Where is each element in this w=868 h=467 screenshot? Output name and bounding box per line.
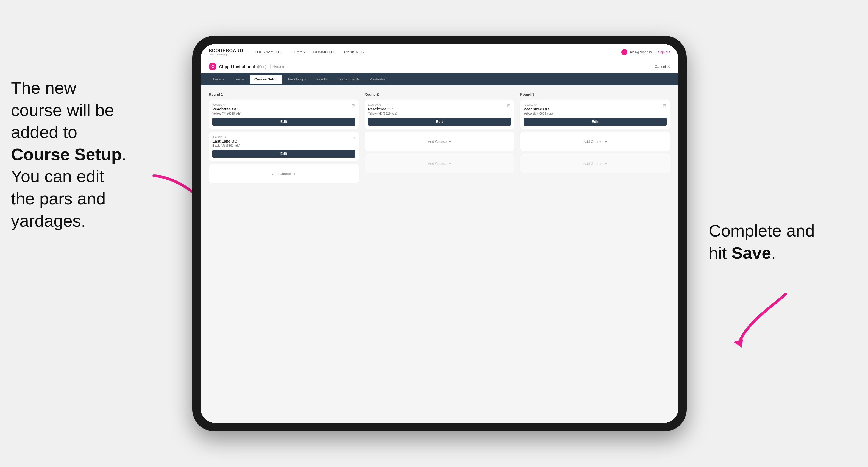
round-1-label: Round 1 [209, 92, 359, 96]
nav-tournaments[interactable]: TOURNAMENTS [252, 49, 287, 55]
tab-tee-groups[interactable]: Tee Groups [283, 75, 310, 84]
tab-details[interactable]: Details [209, 75, 228, 84]
round1-course-a-name: Peachtree GC [212, 107, 355, 111]
round1-add-course-button[interactable]: Add Course + [209, 164, 359, 183]
brand-title: SCOREBOARD [209, 48, 243, 53]
tab-leaderboards[interactable]: Leaderboards [333, 75, 364, 84]
round1-course-a-card: ⊡ (Course A) Peachtree GC Yellow (M) (66… [209, 100, 359, 129]
tablet-screen: SCOREBOARD Powered by clippd TOURNAMENTS… [200, 44, 679, 423]
round2-course-a-name: Peachtree GC [368, 107, 511, 111]
brand-subtitle: Powered by clippd [209, 53, 243, 56]
round3-plus-disabled-icon: + [605, 161, 607, 166]
round3-course-a-tee: Yellow (M) (6629 yds) [524, 112, 666, 115]
round2-plus-disabled-icon: + [449, 161, 451, 166]
cancel-button[interactable]: Cancel ✕ [655, 65, 670, 69]
round1-course-b-tee: Black (M) (6891 yds) [212, 144, 355, 147]
separator: | [655, 50, 655, 54]
round3-course-a-edit-button[interactable]: Edit [524, 118, 666, 126]
round3-add-course-text: Add Course + [583, 139, 607, 144]
round-2-column: Round 2 ⊡ (Course A) Peachtree GC Yellow… [365, 92, 515, 186]
round3-plus-icon: + [605, 139, 607, 144]
round-3-column: Round 3 ⊡ (Course A) Peachtree GC Yellow… [520, 92, 670, 186]
nav-right: blair@clippd.io | Sign out [621, 49, 670, 55]
round2-plus-icon: + [449, 139, 451, 144]
tab-bar: Details Teams Course Setup Tee Groups Re… [200, 73, 679, 86]
nav-rankings[interactable]: RANKINGS [341, 49, 367, 55]
round1-course-a-tag: (Course A) [212, 103, 355, 106]
svg-marker-1 [734, 339, 743, 347]
round2-course-a-tag: (Course A) [368, 103, 511, 106]
round1-course-b-name: East Lake GC [212, 139, 355, 144]
main-content: Round 1 ⊡ (Course A) Peachtree GC Yellow… [200, 86, 679, 423]
round2-add-course-text: Add Course + [428, 139, 451, 144]
tab-results[interactable]: Results [311, 75, 332, 84]
tab-printables[interactable]: Printables [365, 75, 390, 84]
round2-course-a-edit-button[interactable]: Edit [368, 118, 511, 126]
sign-out-link[interactable]: Sign out [658, 50, 670, 54]
tournament-logo: C [209, 63, 216, 70]
round3-course-a-delete-icon[interactable]: ⊡ [662, 103, 667, 108]
tournament-gender: (Men) [257, 65, 267, 69]
tab-course-setup[interactable]: Course Setup [250, 75, 282, 84]
round1-plus-icon: + [293, 172, 296, 176]
round-1-column: Round 1 ⊡ (Course A) Peachtree GC Yellow… [209, 92, 359, 186]
round3-add-course-disabled: Add Course + [520, 154, 670, 173]
tab-teams[interactable]: Teams [229, 75, 249, 84]
round2-course-a-card: ⊡ (Course A) Peachtree GC Yellow (M) (66… [365, 100, 515, 129]
cancel-x-icon: ✕ [667, 65, 670, 69]
round2-course-a-tee: Yellow (M) (6629 yds) [368, 112, 511, 115]
round2-add-course-button[interactable]: Add Course + [365, 132, 515, 151]
tablet-device: SCOREBOARD Powered by clippd TOURNAMENTS… [192, 36, 687, 431]
round1-course-b-edit-button[interactable]: Edit [212, 150, 355, 158]
round1-add-course-text: Add Course + [272, 172, 296, 176]
left-annotation: The new course will be added to Course S… [11, 77, 170, 232]
rounds-grid: Round 1 ⊡ (Course A) Peachtree GC Yellow… [209, 92, 670, 186]
round1-course-b-tag: (Course B) [212, 135, 355, 138]
round-3-label: Round 3 [520, 92, 670, 96]
round3-add-course-disabled-text: Add Course + [583, 161, 607, 166]
round3-course-a-name: Peachtree GC [524, 107, 666, 111]
round1-course-b-delete-icon[interactable]: ⊡ [350, 135, 356, 141]
tournament-info: C Clippd Invitational (Men) Hosting [209, 63, 286, 70]
nav-committee[interactable]: COMMITTEE [310, 49, 340, 55]
brand-logo: SCOREBOARD Powered by clippd [209, 48, 243, 56]
sub-header: C Clippd Invitational (Men) Hosting Canc… [200, 60, 679, 73]
round-2-label: Round 2 [365, 92, 515, 96]
round1-course-a-delete-icon[interactable]: ⊡ [350, 103, 356, 108]
user-email: blair@clippd.io [630, 50, 652, 54]
nav-teams[interactable]: TEAMS [289, 49, 308, 55]
round1-course-b-card: ⊡ (Course B) East Lake GC Black (M) (689… [209, 132, 359, 161]
round3-add-course-button[interactable]: Add Course + [520, 132, 670, 151]
right-annotation: Complete and hit Save. [709, 220, 851, 264]
tournament-name: Clippd Invitational [219, 64, 255, 69]
round1-course-a-edit-button[interactable]: Edit [212, 118, 355, 126]
round2-course-a-delete-icon[interactable]: ⊡ [506, 103, 512, 108]
round2-add-course-disabled: Add Course + [365, 154, 515, 173]
round3-course-a-tag: (Course A) [524, 103, 666, 106]
right-arrow [731, 288, 791, 349]
hosting-badge: Hosting [270, 64, 286, 69]
round1-course-a-tee: Yellow (M) (6629 yds) [212, 112, 355, 115]
round3-course-a-card: ⊡ (Course A) Peachtree GC Yellow (M) (66… [520, 100, 670, 129]
round2-add-course-disabled-text: Add Course + [428, 161, 451, 166]
top-navigation: SCOREBOARD Powered by clippd TOURNAMENTS… [200, 44, 679, 60]
user-avatar [621, 49, 627, 55]
nav-links: TOURNAMENTS TEAMS COMMITTEE RANKINGS [252, 49, 621, 55]
